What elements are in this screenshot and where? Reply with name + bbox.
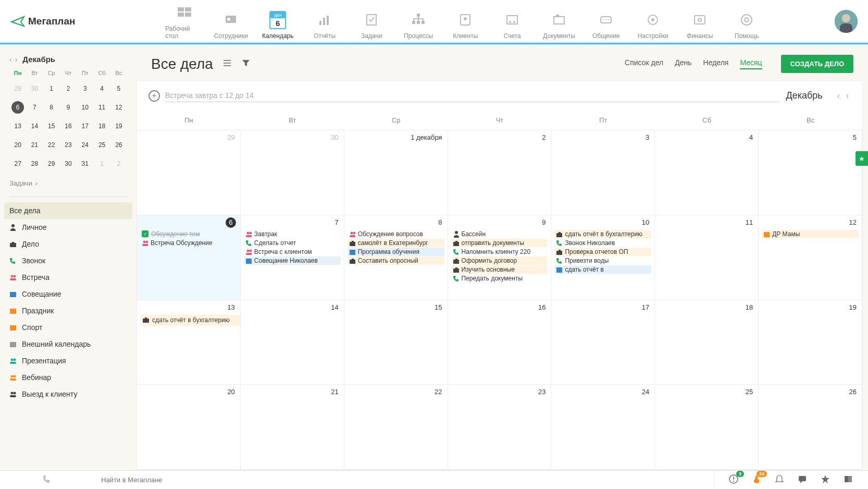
mini-day[interactable]: 8: [45, 101, 58, 114]
category-item[interactable]: Личное: [4, 219, 132, 236]
category-item[interactable]: Спорт: [4, 319, 132, 336]
event[interactable]: ✓Обсуждение тем: [140, 230, 237, 238]
day-cell[interactable]: 2: [448, 130, 552, 215]
day-cell[interactable]: 1 декабря: [344, 130, 448, 215]
day-cell[interactable]: 15: [344, 300, 448, 385]
event[interactable]: Звонок Николаев: [554, 239, 651, 247]
category-item[interactable]: Презентация: [4, 352, 132, 369]
nav-item-4[interactable]: Задачи: [353, 3, 390, 40]
list-icon[interactable]: [222, 58, 232, 69]
mini-day[interactable]: 12: [113, 101, 125, 114]
mini-day[interactable]: 7: [28, 101, 41, 114]
mini-day[interactable]: 16: [62, 120, 75, 132]
category-item[interactable]: Праздник: [4, 302, 132, 319]
nav-item-10[interactable]: Настройки: [634, 3, 672, 40]
event[interactable]: Встреча с клиентом: [244, 248, 341, 256]
mini-day[interactable]: 13: [11, 120, 24, 132]
day-cell[interactable]: 24: [551, 385, 655, 470]
mini-day[interactable]: 2: [62, 82, 75, 95]
day-cell[interactable]: 11: [655, 215, 759, 300]
event[interactable]: Напомнить клиенту 220: [451, 248, 548, 256]
day-cell[interactable]: 14: [241, 300, 344, 385]
event[interactable]: Встреча Обсуждение: [140, 239, 237, 247]
mini-day[interactable]: 31: [79, 157, 91, 170]
mini-day[interactable]: 5: [113, 82, 125, 95]
day-cell[interactable]: 16: [448, 300, 552, 385]
create-button[interactable]: СОЗДАТЬ ДЕЛО: [781, 55, 853, 73]
mini-day[interactable]: 1: [96, 157, 108, 170]
mini-day[interactable]: 15: [45, 120, 58, 132]
nav-item-2[interactable]: дек6Календарь: [259, 3, 296, 40]
day-cell[interactable]: 3: [551, 130, 655, 215]
quick-add-input[interactable]: [165, 89, 779, 102]
nav-item-3[interactable]: Отчёты: [306, 3, 343, 40]
nav-item-9[interactable]: Общение: [587, 3, 625, 40]
event[interactable]: Проверка отчетов ОП: [554, 248, 651, 256]
view-option[interactable]: Месяц: [740, 58, 762, 69]
nav-item-6[interactable]: Клиенты: [447, 3, 484, 40]
day-cell[interactable]: 19: [759, 300, 862, 385]
day-cell[interactable]: 10сдать отчёт в бухгалтериюЗвонок Никола…: [551, 215, 655, 300]
day-cell[interactable]: 30: [241, 130, 344, 215]
mini-day[interactable]: 27: [11, 157, 24, 170]
event-span[interactable]: сдать отчёт в бухгалтерию: [140, 315, 241, 326]
day-cell[interactable]: 25: [655, 385, 759, 470]
mini-prev[interactable]: ‹: [9, 55, 12, 64]
plus-icon[interactable]: +: [148, 90, 160, 102]
nav-item-12[interactable]: Помощь: [728, 3, 765, 40]
event[interactable]: Привезти воды: [554, 256, 651, 265]
mini-day[interactable]: 20: [11, 139, 24, 151]
mini-day[interactable]: 14: [28, 120, 41, 132]
category-item[interactable]: Все дела: [4, 202, 132, 219]
mini-day[interactable]: 24: [79, 139, 91, 151]
day-cell[interactable]: 29: [137, 130, 241, 215]
category-item[interactable]: Совещание: [4, 286, 132, 302]
mini-day[interactable]: 25: [96, 139, 108, 151]
mini-day[interactable]: 18: [96, 120, 108, 132]
event[interactable]: Программа обучения: [348, 248, 444, 256]
mini-day[interactable]: 9: [62, 101, 75, 114]
event[interactable]: Изучить основные: [451, 265, 548, 274]
day-cell[interactable]: 5: [759, 130, 862, 215]
avatar[interactable]: [835, 10, 858, 33]
mini-day[interactable]: 26: [113, 139, 125, 151]
mini-day[interactable]: 6: [11, 101, 24, 114]
nav-item-7[interactable]: Счета: [493, 3, 531, 40]
nav-item-11[interactable]: Финансы: [681, 3, 718, 40]
event[interactable]: самолёт в Екатеринбург: [348, 239, 444, 247]
event[interactable]: Передать документы: [451, 274, 548, 283]
mini-day[interactable]: 11: [96, 101, 108, 114]
view-option[interactable]: Неделя: [703, 58, 729, 69]
day-cell[interactable]: 8Обсуждение вопросовсамолёт в Екатеринбу…: [344, 215, 448, 300]
logo[interactable]: Мегаплан: [10, 16, 75, 27]
event[interactable]: сдать отчёт в: [554, 265, 651, 274]
event[interactable]: Обсуждение вопросов: [348, 230, 444, 238]
mini-day[interactable]: 19: [113, 120, 125, 132]
mini-day[interactable]: 30: [28, 82, 41, 95]
event[interactable]: Завтрак: [244, 230, 341, 238]
day-cell[interactable]: 23: [448, 385, 552, 470]
panel-prev[interactable]: ‹: [835, 91, 842, 100]
mini-day[interactable]: 29: [11, 82, 24, 95]
event[interactable]: Сделать отчет: [244, 239, 341, 247]
day-cell[interactable]: 9Бассейнотправить документыНапомнить кли…: [448, 215, 552, 300]
day-cell[interactable]: 21: [241, 385, 344, 470]
day-cell[interactable]: 20: [137, 385, 241, 470]
mini-day[interactable]: 21: [28, 139, 41, 151]
day-cell[interactable]: 26: [759, 385, 862, 470]
day-cell[interactable]: 13сдать отчёт в бухгалтерию: [137, 300, 241, 385]
day-cell[interactable]: 22: [344, 385, 448, 470]
category-item[interactable]: Внешний календарь: [4, 336, 132, 352]
mini-next[interactable]: ›: [15, 55, 18, 64]
mini-day[interactable]: 28: [28, 157, 41, 170]
nav-item-0[interactable]: Рабочий стол: [165, 3, 203, 40]
category-item[interactable]: Дело: [4, 236, 132, 252]
mini-day[interactable]: 3: [79, 82, 91, 95]
star-tab[interactable]: ★: [855, 151, 868, 166]
filter-icon[interactable]: [241, 58, 251, 69]
event[interactable]: Совещание Николаев: [244, 256, 341, 265]
nav-item-1[interactable]: Сотрудники: [212, 3, 250, 40]
day-cell[interactable]: 18: [655, 300, 759, 385]
mini-day[interactable]: 30: [62, 157, 75, 170]
day-cell[interactable]: 17: [551, 300, 655, 385]
